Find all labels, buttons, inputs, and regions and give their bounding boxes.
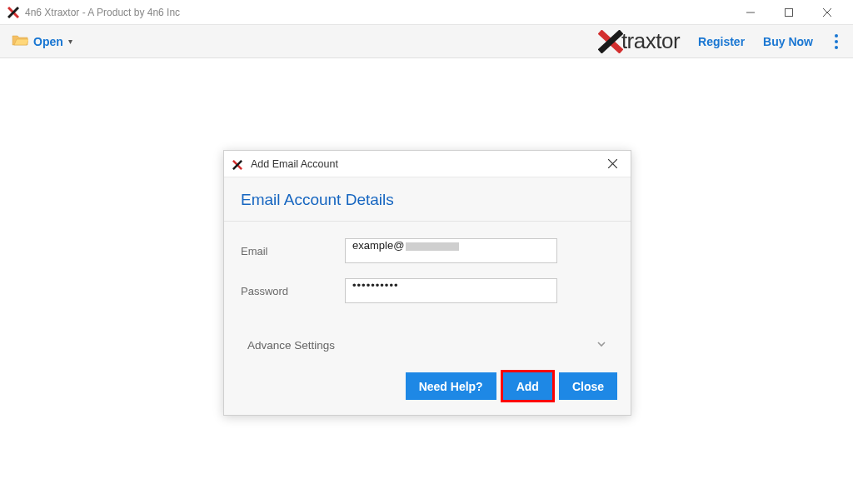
buy-now-link[interactable]: Buy Now (763, 35, 813, 48)
folder-icon (12, 33, 28, 50)
form-area: Email example@ Password •••••••••• (224, 222, 631, 325)
app-logo: traxtor (598, 28, 680, 54)
open-menu-button[interactable]: Open ▾ (12, 33, 72, 50)
password-row: Password •••••••••• (241, 278, 614, 303)
window-titlebar: 4n6 Xtraxtor - A Product by 4n6 Inc (0, 0, 853, 25)
dialog-footer: Need Help? Add Close (224, 366, 631, 415)
email-field[interactable]: example@ (345, 238, 557, 263)
window-title: 4n6 Xtraxtor - A Product by 4n6 Inc (25, 7, 731, 18)
dialog-body: Email Account Details Email example@ Pas… (224, 177, 631, 415)
password-label: Password (241, 285, 345, 297)
app-icon (7, 6, 20, 19)
dialog-close-button[interactable] (602, 154, 622, 174)
chevron-down-icon (596, 338, 607, 352)
add-email-account-dialog: Add Email Account Email Account Details … (223, 150, 631, 416)
caret-down-icon: ▾ (68, 37, 72, 46)
dialog-heading: Email Account Details (224, 177, 631, 222)
more-menu-button[interactable] (831, 31, 841, 52)
close-window-button[interactable] (808, 0, 846, 25)
advance-settings-label: Advance Settings (247, 339, 335, 352)
main-toolbar: Open ▾ traxtor Register Buy Now (0, 25, 853, 58)
email-label: Email (241, 245, 345, 257)
dialog-title: Add Email Account (251, 158, 602, 170)
close-button[interactable]: Close (559, 372, 617, 400)
dialog-app-icon (232, 158, 244, 170)
email-row: Email example@ (241, 238, 614, 263)
logo-text: traxtor (621, 28, 680, 54)
window-controls (731, 0, 846, 25)
svg-rect-0 (786, 8, 793, 16)
email-value: example@ (352, 239, 404, 252)
redacted-text (406, 242, 459, 251)
need-help-button[interactable]: Need Help? (406, 372, 496, 400)
open-label: Open (33, 35, 63, 48)
maximize-button[interactable] (770, 0, 808, 25)
dialog-titlebar: Add Email Account (224, 151, 631, 177)
register-link[interactable]: Register (698, 35, 745, 48)
minimize-button[interactable] (731, 0, 770, 25)
advance-settings-toggle[interactable]: Advance Settings (224, 325, 631, 366)
password-field[interactable]: •••••••••• (345, 278, 557, 303)
add-button[interactable]: Add (503, 372, 552, 400)
